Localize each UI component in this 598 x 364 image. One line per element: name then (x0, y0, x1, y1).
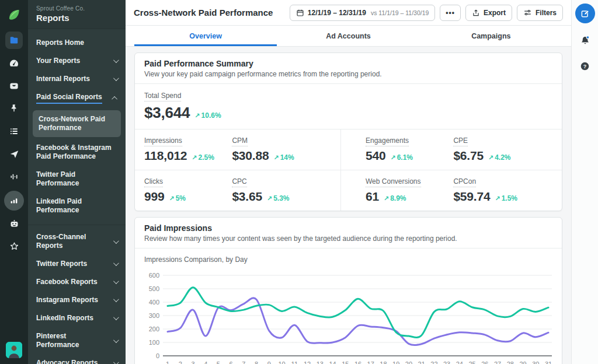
sidebar-item-twitter-reports[interactable]: Twitter Reports (28, 255, 126, 273)
export-button[interactable]: Export (465, 5, 512, 21)
export-icon (472, 9, 480, 17)
compose-button[interactable] (575, 4, 595, 23)
svg-text:4: 4 (204, 360, 207, 364)
sidebar-item-instagram-reports[interactable]: Instagram Reports (28, 291, 126, 309)
help-question-icon[interactable]: ? (579, 61, 590, 74)
svg-text:26: 26 (481, 360, 488, 364)
svg-text:100: 100 (149, 339, 159, 346)
sidebar-item-cross-network-paid-performance[interactable]: Cross-Network Paid Performance (33, 110, 121, 137)
sidebar-item-linkedin-reports[interactable]: LinkedIn Reports (28, 309, 126, 327)
sidebar-item-label: Twitter Paid Performance (36, 170, 117, 188)
tab-campaigns[interactable]: Campaigns (420, 26, 562, 46)
sidebar-item-label: Facebook & Instagram Paid Performance (36, 144, 117, 161)
date-range-button[interactable]: 12/1/19 – 12/31/19 vs 11/1/19 – 11/30/19 (290, 5, 436, 21)
metrics-row-1-right: Engagements 540↗6.1% CPE $6.75↗4.2% (340, 130, 562, 170)
inbox-icon[interactable] (5, 77, 23, 94)
sprout-logo-icon[interactable] (5, 6, 23, 23)
svg-text:300: 300 (149, 312, 159, 319)
metric-cpm: CPM $30.88↗14% (232, 135, 331, 163)
tab-ad-accounts[interactable]: Ad Accounts (277, 26, 419, 46)
summary-title: Paid Performance Summary (144, 59, 552, 68)
chevron-down-icon (113, 359, 119, 364)
listening-equalizer-icon[interactable] (5, 168, 23, 186)
up-trend-arrow-icon: ↗ (267, 195, 272, 202)
svg-text:8: 8 (255, 360, 258, 364)
total-spend-label[interactable]: Total Spend (144, 92, 181, 102)
up-trend-arrow-icon: ↗ (194, 112, 200, 119)
cpcon-label[interactable]: CPCon (453, 177, 476, 187)
chevron-up-icon (112, 96, 117, 102)
impressions-label[interactable]: Impressions (144, 136, 182, 146)
svg-text:2: 2 (179, 360, 182, 364)
tab-overview[interactable]: Overview (134, 26, 277, 46)
sidebar-item-label: Cross-Channel Reports (36, 233, 110, 250)
sidebar-item-cross-channel-reports[interactable]: Cross-Channel Reports (28, 228, 126, 255)
summary-card-header: Paid Performance Summary View your key p… (135, 53, 562, 84)
sidebar-item-facebook-reports[interactable]: Facebook Reports (28, 273, 126, 291)
metrics-row-2-left: Clicks 999↗5% CPC $3.65↗5.3% (135, 170, 340, 211)
sidebar-item-your-reports[interactable]: Your Reports (28, 52, 126, 70)
svg-text:20: 20 (405, 360, 412, 364)
engagements-label[interactable]: Engagements (366, 136, 409, 146)
pin-icon[interactable] (5, 100, 23, 117)
sidebar-item-label: Internal Reports (36, 75, 110, 83)
cpe-value: $6.75 (453, 149, 484, 163)
feed-list-icon[interactable] (5, 123, 23, 140)
date-compare-label: vs 11/1/19 – 11/30/19 (371, 9, 429, 16)
chevron-down-icon (113, 260, 119, 266)
dashboard-gauge-icon[interactable] (5, 54, 23, 72)
cpe-label[interactable]: CPE (453, 136, 468, 146)
reports-folder-icon[interactable] (5, 32, 23, 49)
sidebar-divider (28, 225, 126, 225)
clicks-value: 999 (144, 190, 164, 204)
filters-button[interactable]: Filters (517, 5, 563, 21)
web-conversions-change: ↗8.9% (384, 194, 406, 202)
bot-icon[interactable] (5, 215, 23, 232)
svg-text:1: 1 (166, 360, 169, 364)
report-tabs: Overview Ad Accounts Campaigns (126, 26, 571, 47)
publishing-paper-plane-icon[interactable] (5, 145, 23, 163)
left-icon-rail (0, 0, 28, 364)
svg-text:23: 23 (443, 360, 450, 364)
svg-text:31: 31 (545, 360, 552, 364)
notifications-bell-icon[interactable] (579, 35, 591, 49)
clicks-change: ↗5% (169, 194, 186, 202)
sidebar-item-label: Pinterest Performance (36, 332, 110, 349)
impressions-chart-body: Impressions Comparison, by Day 010020030… (135, 249, 562, 364)
cpc-change: ↗5.3% (267, 194, 290, 202)
advocacy-star-icon[interactable] (5, 237, 23, 255)
svg-text:600: 600 (149, 272, 159, 279)
chevron-down-icon (113, 57, 119, 63)
sidebar-item-twitter-paid-performance[interactable]: Twitter Paid Performance (28, 166, 126, 192)
sidebar-item-label: Advocacy Reports (36, 359, 110, 364)
metric-clicks: Clicks 999↗5% (144, 176, 232, 204)
sidebar-item-pinterest-performance[interactable]: Pinterest Performance (28, 327, 126, 354)
web-conversions-label[interactable]: Web Conversions (366, 177, 421, 187)
metric-cpcon: CPCon $59.74↗1.5% (453, 176, 552, 204)
svg-text:29: 29 (519, 360, 526, 364)
reports-bar-chart-icon[interactable] (4, 191, 24, 211)
svg-text:?: ? (583, 64, 587, 69)
clicks-label[interactable]: Clicks (144, 177, 163, 187)
metric-cpc: CPC $3.65↗5.3% (232, 176, 331, 204)
metric-web-conversions: Web Conversions 61↗8.9% (366, 176, 453, 204)
more-dots-icon: ••• (446, 9, 455, 17)
sidebar-item-linkedin-paid-performance[interactable]: LinkedIn Paid Performance (28, 192, 126, 219)
svg-text:28: 28 (507, 360, 514, 364)
sidebar-item-label: Cross-Network Paid Performance (39, 115, 116, 132)
cpm-label[interactable]: CPM (232, 136, 248, 146)
cpc-label[interactable]: CPC (232, 177, 246, 187)
more-options-button[interactable]: ••• (440, 5, 461, 21)
topbar-controls: 12/1/19 – 12/31/19 vs 11/1/19 – 11/30/19… (290, 5, 563, 21)
svg-text:400: 400 (149, 299, 159, 306)
sidebar-item-advocacy-reports[interactable]: Advocacy Reports (28, 354, 126, 364)
user-avatar[interactable] (6, 342, 22, 358)
sidebar-item-paid-social-reports[interactable]: Paid Social Reports (28, 88, 126, 108)
sidebar-item-reports-home[interactable]: Reports Home (28, 34, 126, 52)
sidebar-item-facebook-instagram-paid-performance[interactable]: Facebook & Instagram Paid Performance (28, 139, 126, 166)
sidebar-item-label: Twitter Reports (36, 260, 110, 268)
sidebar-item-label: Instagram Reports (36, 296, 110, 304)
sidebar-item-internal-reports[interactable]: Internal Reports (28, 70, 126, 88)
web-conversions-value: 61 (366, 190, 379, 204)
svg-text:5: 5 (217, 360, 220, 364)
